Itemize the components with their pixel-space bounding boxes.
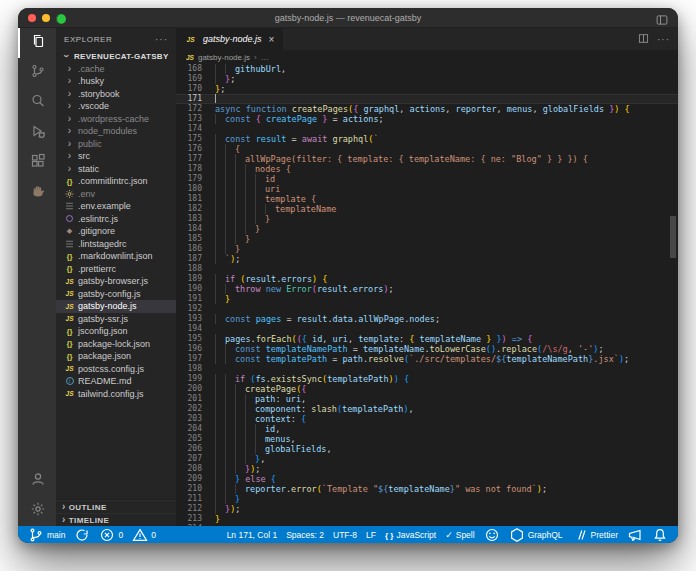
code-line-172[interactable]: 172async function createPages({ graphql,… — [176, 104, 678, 114]
activity-item-explorer[interactable] — [18, 28, 56, 58]
breadcrumb-file[interactable]: gatsby-node.js — [198, 53, 250, 62]
file-item-.cache[interactable]: ›.cache — [56, 63, 176, 76]
line-number[interactable]: 183 — [176, 214, 202, 224]
code-line-198[interactable]: 198 — [176, 364, 678, 374]
code-line-193[interactable]: 193const pages = result.data.allWpPage.n… — [176, 314, 678, 324]
activity-item-settings[interactable] — [18, 496, 56, 526]
line-number[interactable]: 168 — [176, 64, 202, 74]
status-indentation[interactable]: Spaces: 2 — [286, 530, 324, 540]
line-number[interactable]: 186 — [176, 244, 202, 254]
file-item-gatsby-browser.js[interactable]: JSgatsby-browser.js — [56, 275, 176, 288]
line-number[interactable]: 178 — [176, 164, 202, 174]
code-line-171[interactable]: 171 — [176, 94, 678, 104]
line-number[interactable]: 197 — [176, 354, 202, 364]
line-number[interactable]: 173 — [176, 114, 202, 124]
file-item-README.md[interactable]: iREADME.md — [56, 375, 176, 388]
close-tab-icon[interactable]: × — [269, 34, 275, 45]
code-line-207[interactable]: 207}, — [176, 454, 678, 464]
status-announce[interactable] — [627, 527, 643, 543]
status-language-mode[interactable]: { }JavaScript — [385, 530, 436, 540]
file-item-.wordpress-cache[interactable]: ›.wordpress-cache — [56, 113, 176, 126]
file-item-.eslintrc.js[interactable]: .eslintrc.js — [56, 213, 176, 226]
code-line-204[interactable]: 204id, — [176, 424, 678, 434]
editor-more-actions-icon[interactable]: ··· — [657, 34, 670, 45]
line-number[interactable]: 189 — [176, 274, 202, 284]
code-line-181[interactable]: 181template { — [176, 194, 678, 204]
file-item-package-lock.json[interactable]: {}package-lock.json — [56, 338, 176, 351]
line-number[interactable]: 172 — [176, 104, 202, 114]
zoom-window-button[interactable] — [56, 14, 66, 24]
line-number[interactable]: 214 — [176, 524, 202, 526]
code-line-209[interactable]: 209} else { — [176, 474, 678, 484]
line-number[interactable]: 192 — [176, 304, 202, 314]
line-number[interactable]: 174 — [176, 124, 202, 134]
file-item-.env.example[interactable]: .env.example — [56, 200, 176, 213]
line-number[interactable]: 209 — [176, 474, 202, 484]
code-line-214[interactable]: 214 — [176, 524, 678, 526]
code-line-200[interactable]: 200createPage({ — [176, 384, 678, 394]
file-item-.husky[interactable]: ›.husky — [56, 75, 176, 88]
code-line-208[interactable]: 208}); — [176, 464, 678, 474]
status-spell[interactable]: ✓Spell — [445, 530, 474, 540]
line-number[interactable]: 185 — [176, 234, 202, 244]
code-line-191[interactable]: 191} — [176, 294, 678, 304]
code-line-206[interactable]: 206globalFields, — [176, 444, 678, 454]
line-number[interactable]: 169 — [176, 74, 202, 84]
code-line-180[interactable]: 180uri — [176, 184, 678, 194]
line-number[interactable]: 213 — [176, 514, 202, 524]
status-graphql[interactable]: GraphQL — [509, 527, 563, 543]
file-item-.lintstagedrc[interactable]: .lintstagedrc — [56, 238, 176, 251]
code-line-192[interactable]: 192 — [176, 304, 678, 314]
line-number[interactable]: 200 — [176, 384, 202, 394]
code-line-195[interactable]: 195pages.forEach(({ id, uri, template: {… — [176, 334, 678, 344]
file-item-src[interactable]: ›src — [56, 150, 176, 163]
line-number[interactable]: 199 — [176, 374, 202, 384]
line-number[interactable]: 193 — [176, 314, 202, 324]
file-item-postcss.config.js[interactable]: JSpostcss.config.js — [56, 363, 176, 376]
code-line-177[interactable]: 177allWpPage(filter: { template: { templ… — [176, 154, 678, 164]
code-line-173[interactable]: 173const { createPage } = actions; — [176, 114, 678, 124]
code-line-169[interactable]: 169}; — [176, 74, 678, 84]
status-prettier[interactable]: Prettier — [572, 527, 618, 543]
timeline-section[interactable]: › TIMELINE — [56, 513, 176, 526]
file-item-gatsby-ssr.js[interactable]: JSgatsby-ssr.js — [56, 313, 176, 326]
line-number[interactable]: 212 — [176, 504, 202, 514]
code-line-178[interactable]: 178nodes { — [176, 164, 678, 174]
status-feedback[interactable] — [484, 527, 500, 543]
status-notifications[interactable] — [652, 527, 668, 543]
code-line-185[interactable]: 185} — [176, 234, 678, 244]
activity-item-search[interactable] — [18, 88, 56, 118]
file-item-package.json[interactable]: {}package.json — [56, 350, 176, 363]
activity-item-account[interactable] — [18, 466, 56, 496]
file-item-tailwind.config.js[interactable]: JStailwind.config.js — [56, 388, 176, 401]
code-line-211[interactable]: 211} — [176, 494, 678, 504]
line-number[interactable]: 182 — [176, 204, 202, 214]
code-line-194[interactable]: 194 — [176, 324, 678, 334]
file-item-static[interactable]: ›static — [56, 163, 176, 176]
line-number[interactable]: 175 — [176, 134, 202, 144]
file-item-public[interactable]: ›public — [56, 138, 176, 151]
activity-item-source-control[interactable] — [18, 58, 56, 88]
code-line-176[interactable]: 176{ — [176, 144, 678, 154]
breadcrumb-more[interactable]: … — [261, 53, 269, 62]
code-line-210[interactable]: 210reporter.error(`Template "${templateN… — [176, 484, 678, 494]
status-cursor-position[interactable]: Ln 171, Col 1 — [227, 530, 278, 540]
line-number[interactable]: 211 — [176, 494, 202, 504]
file-item-.markdownlint.json[interactable]: {}.markdownlint.json — [56, 250, 176, 263]
tab-gatsby-node[interactable]: JS gatsby-node.js × — [176, 28, 283, 50]
activity-item-run-debug[interactable] — [18, 118, 56, 148]
file-item-gatsby-node.js[interactable]: JSgatsby-node.js — [56, 300, 176, 313]
line-number[interactable]: 184 — [176, 224, 202, 234]
code-line-202[interactable]: 202component: slash(templatePath), — [176, 404, 678, 414]
code-editor[interactable]: 168githubUrl,169};170};171172async funct… — [176, 64, 678, 526]
line-number[interactable]: 205 — [176, 434, 202, 444]
code-line-179[interactable]: 179id — [176, 174, 678, 184]
file-item-jsconfig.json[interactable]: {}jsconfig.json — [56, 325, 176, 338]
file-item-.vscode[interactable]: ›.vscode — [56, 100, 176, 113]
code-line-205[interactable]: 205menus, — [176, 434, 678, 444]
code-line-197[interactable]: 197const templatePath = path.resolve(`./… — [176, 354, 678, 364]
status-errors[interactable]: 0 — [99, 527, 123, 543]
code-line-201[interactable]: 201path: uri, — [176, 394, 678, 404]
code-line-190[interactable]: 190throw new Error(result.errors); — [176, 284, 678, 294]
line-number[interactable]: 202 — [176, 404, 202, 414]
